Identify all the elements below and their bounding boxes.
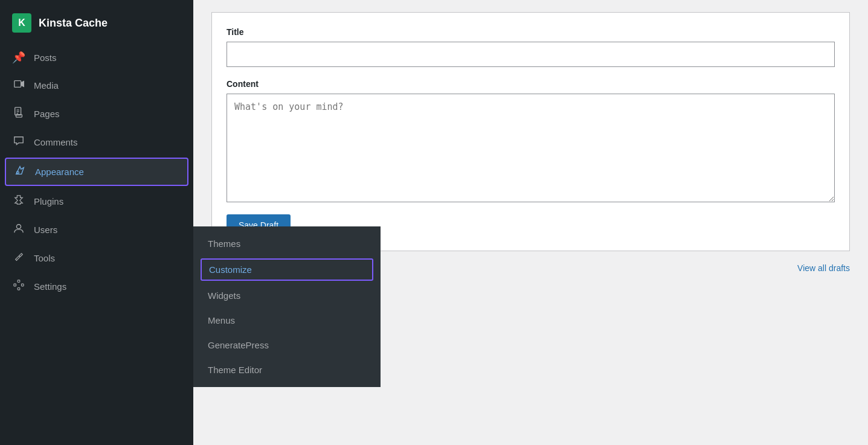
pages-icon (12, 107, 25, 121)
sidebar-item-media[interactable]: Media (0, 71, 193, 100)
sidebar-item-label: Tools (34, 253, 55, 263)
submenu-item-widgets[interactable]: Widgets (193, 283, 381, 308)
content-label: Content (227, 79, 835, 89)
logo-icon: K (12, 13, 31, 33)
sidebar-item-label: Plugins (34, 196, 63, 206)
sidebar-item-label: Settings (34, 281, 66, 292)
svg-rect-4 (16, 111, 19, 112)
submenu-item-generatepress[interactable]: GeneratePress (193, 333, 381, 357)
title-label: Title (227, 27, 835, 37)
svg-point-7 (17, 171, 19, 174)
submenu-item-customize[interactable]: Customize (201, 258, 373, 281)
svg-rect-0 (14, 81, 21, 88)
content-textarea[interactable] (227, 94, 835, 202)
svg-rect-2 (15, 107, 21, 115)
sidebar-item-settings[interactable]: Settings (0, 272, 193, 301)
svg-rect-10 (18, 288, 20, 290)
app-name: Kinsta Cache (39, 17, 108, 30)
sidebar-item-tools[interactable]: Tools (0, 244, 193, 272)
sidebar-item-label: Appearance (35, 167, 84, 177)
settings-icon (12, 280, 25, 293)
view-all-drafts-link[interactable]: View all drafts (797, 263, 850, 273)
sidebar-item-label: Media (34, 80, 59, 91)
svg-rect-3 (16, 110, 19, 110)
sidebar-item-label: Users (34, 225, 57, 235)
title-input[interactable] (227, 42, 835, 67)
posts-icon: 📌 (12, 51, 25, 64)
svg-rect-11 (14, 284, 16, 286)
sidebar-navigation: 📌 Posts Media Pages Comments Appe (0, 43, 193, 301)
appearance-submenu: Themes Customize Widgets Menus GenerateP… (193, 226, 381, 387)
svg-marker-1 (21, 81, 24, 88)
sidebar-item-posts[interactable]: 📌 Posts (0, 43, 193, 71)
plugins-icon (12, 194, 25, 208)
sidebar-item-label: Posts (34, 53, 57, 63)
content-field-wrapper: Content (227, 79, 835, 205)
appearance-icon (13, 165, 27, 179)
svg-rect-12 (22, 284, 24, 286)
sidebar-item-pages[interactable]: Pages (0, 100, 193, 128)
users-icon (12, 223, 25, 237)
svg-rect-9 (18, 280, 20, 283)
sidebar: K Kinsta Cache 📌 Posts Media Pages Comme… (0, 0, 193, 445)
media-icon (12, 78, 25, 92)
submenu-item-themes[interactable]: Themes (193, 231, 381, 256)
sidebar-item-users[interactable]: Users (0, 216, 193, 244)
sidebar-item-label: Pages (34, 109, 60, 119)
post-form: Title Content Save Draft (211, 12, 850, 251)
title-field-wrapper: Title (227, 27, 835, 79)
sidebar-item-comments[interactable]: Comments (0, 128, 193, 156)
submenu-item-menus[interactable]: Menus (193, 308, 381, 333)
tools-icon (12, 251, 25, 265)
svg-point-8 (16, 225, 21, 229)
sidebar-item-appearance[interactable]: Appearance (5, 158, 188, 186)
comments-icon (12, 135, 25, 149)
sidebar-item-plugins[interactable]: Plugins (0, 187, 193, 216)
sidebar-item-label: Comments (34, 137, 78, 147)
submenu-item-theme-editor[interactable]: Theme Editor (193, 357, 381, 382)
svg-rect-5 (16, 113, 18, 114)
app-logo: K Kinsta Cache (0, 6, 193, 43)
